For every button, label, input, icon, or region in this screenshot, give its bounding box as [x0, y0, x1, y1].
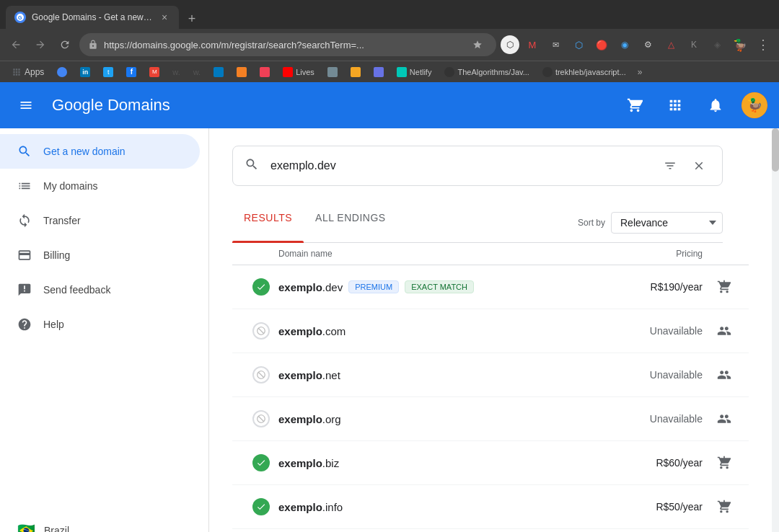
algo-label: TheAlgorithms/Jav...: [457, 68, 529, 76]
trek-label: trekhleb/javascript...: [555, 68, 626, 76]
row-status-icon-6: [244, 498, 278, 515]
google-domains-logo: Google Domains: [52, 96, 170, 115]
extension-2-button[interactable]: M: [522, 35, 542, 55]
more-button[interactable]: ⋮: [753, 35, 773, 55]
pricing-4: Unavailable: [602, 413, 703, 425]
sidebar-item-billing[interactable]: Billing: [0, 238, 200, 272]
extension-9-button[interactable]: K: [684, 35, 704, 55]
bookmark-trello[interactable]: [208, 66, 229, 79]
bookmark-facebook[interactable]: f: [120, 66, 142, 79]
whois-button-4[interactable]: [711, 406, 737, 432]
bookmarks-bar: Apps in t f M w. w.: [0, 61, 779, 82]
extension-5-button[interactable]: 🔴: [591, 35, 612, 55]
refresh-button[interactable]: [55, 35, 75, 55]
sidebar-help-label: Help: [43, 319, 64, 330]
hamburger-menu-button[interactable]: [12, 91, 40, 120]
tab-results[interactable]: RESULTS: [232, 203, 304, 242]
bookmark-bolt[interactable]: [345, 66, 366, 79]
main-layout: Get a new domain My domains Transfer Bil…: [0, 128, 779, 532]
action-2: [703, 318, 737, 344]
scroll-thumb[interactable]: [772, 128, 779, 172]
apps-grid-button[interactable]: [661, 91, 690, 120]
tab-all-endings[interactable]: ALL ENDINGS: [304, 203, 397, 242]
sidebar-item-get-domain[interactable]: Get a new domain: [0, 134, 200, 169]
address-text: https://domains.google.com/m/registrar/s…: [104, 40, 462, 50]
forward-button[interactable]: [30, 35, 50, 55]
domain-search-input[interactable]: [270, 159, 647, 172]
bookmark-lives-label: Lives: [296, 68, 314, 76]
domain-name-2: exemplo.com: [278, 325, 602, 337]
bookmark-netlify[interactable]: Netlify: [391, 66, 438, 79]
new-tab-button[interactable]: +: [182, 9, 202, 29]
bookmark-lives[interactable]: Lives: [277, 66, 320, 79]
header-icon-col: [244, 249, 278, 259]
tab-close-button[interactable]: ×: [159, 12, 170, 23]
address-bar[interactable]: https://domains.google.com/m/registrar/s…: [79, 33, 496, 56]
ghost-icon: [327, 67, 338, 77]
sidebar-item-my-domains[interactable]: My domains: [0, 169, 200, 203]
domain-name-3: exemplo.net: [278, 369, 602, 381]
bookmark-trek[interactable]: trekhleb/javascript...: [537, 66, 632, 79]
domain-prefix-6: exemplo: [278, 501, 322, 513]
bookmark-14[interactable]: [368, 66, 390, 79]
sidebar-locale[interactable]: 🇧🇷 Brazil: [0, 516, 208, 532]
facebook-icon: f: [126, 67, 136, 77]
bookmark-2[interactable]: [51, 66, 73, 79]
add-to-cart-button-5[interactable]: [711, 450, 737, 476]
bookmark-ghost[interactable]: [322, 66, 343, 79]
pricing-1: R$190/year: [602, 281, 703, 293]
active-tab[interactable]: G Google Domains - Get a new d... ×: [6, 6, 179, 29]
extension-1-button[interactable]: ⬡: [501, 35, 519, 54]
back-button[interactable]: [6, 35, 26, 55]
tab-bar: G Google Domains - Get a new d... × +: [0, 0, 779, 29]
add-to-cart-button-1[interactable]: [711, 274, 737, 300]
extension-10-button[interactable]: ◈: [707, 35, 727, 55]
bookmark-more-button[interactable]: »: [633, 66, 647, 79]
extension-4-button[interactable]: ⬡: [568, 35, 589, 55]
bookmark-pocket[interactable]: [254, 66, 276, 79]
user-avatar-button[interactable]: 🦆: [741, 92, 767, 118]
table-row: exemplo.dev PREMIUM EXACT MATCH R$190/ye…: [232, 265, 749, 309]
bookmark-w2[interactable]: w.: [188, 66, 206, 78]
browser-frame: G Google Domains - Get a new d... × + ht…: [0, 0, 779, 82]
whois-button-3[interactable]: [711, 362, 737, 388]
whois-button-2[interactable]: [711, 318, 737, 344]
sidebar-item-help[interactable]: Help: [0, 307, 200, 342]
bookmark-algo[interactable]: TheAlgorithms/Jav...: [439, 66, 534, 79]
netlify-icon: [397, 67, 407, 77]
action-3: [703, 362, 737, 388]
google-domains-header: Google Domains 🦆: [0, 82, 779, 128]
bookmark-gmail[interactable]: M: [144, 66, 165, 79]
extension-7-button[interactable]: ⚙: [638, 35, 658, 55]
domain-ext-1: .dev: [322, 281, 343, 293]
bookmark-twitter[interactable]: t: [97, 66, 119, 79]
extension-8-button[interactable]: △: [661, 35, 681, 55]
bookmark-apps[interactable]: Apps: [6, 66, 50, 79]
notifications-button[interactable]: [701, 91, 730, 120]
sort-select[interactable]: Relevance Price (low to high) Price (hig…: [611, 212, 723, 234]
table-row: exemplo.org Unavailable: [232, 397, 749, 441]
add-to-cart-button-6[interactable]: [711, 494, 737, 520]
results-tabs: RESULTS ALL ENDINGS Sort by Relevance Pr…: [232, 203, 723, 243]
bookmark-apps-label: Apps: [25, 67, 44, 77]
action-4: [703, 406, 737, 432]
sidebar-item-feedback[interactable]: Send feedback: [0, 272, 200, 307]
cart-button[interactable]: [620, 91, 649, 120]
bookmark-w1[interactable]: w.: [167, 66, 185, 78]
sidebar-my-domains-label: My domains: [43, 180, 97, 192]
bookmark-stack[interactable]: [231, 66, 252, 79]
rubber-duck-button[interactable]: 🦆: [730, 35, 750, 55]
pricing-3: Unavailable: [602, 369, 703, 381]
bookmark-star-button[interactable]: [467, 35, 488, 55]
extension-3-button[interactable]: ✉: [545, 35, 565, 55]
extension-6-button[interactable]: ◉: [615, 35, 635, 55]
sidebar-item-transfer[interactable]: Transfer: [0, 203, 200, 238]
bookmark-linkedin[interactable]: in: [74, 66, 96, 79]
billing-icon: [17, 248, 32, 262]
available-icon: [252, 498, 270, 515]
clear-search-button[interactable]: [687, 154, 710, 177]
badge-premium: PREMIUM: [348, 280, 399, 293]
filter-button[interactable]: [659, 154, 682, 177]
help-icon: [17, 317, 32, 332]
search-box[interactable]: [232, 146, 723, 186]
